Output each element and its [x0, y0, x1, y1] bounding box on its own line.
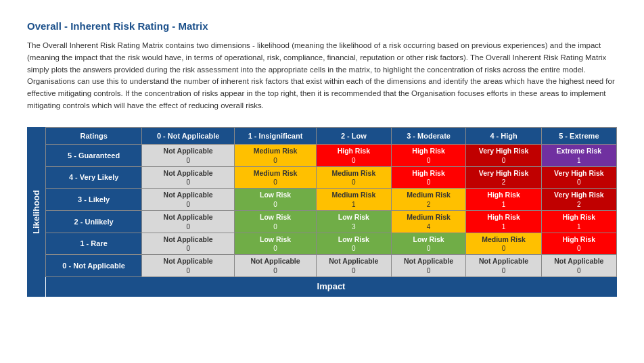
- cell-value: 0: [145, 156, 231, 165]
- header-row: Ratings0 - Not Applicable1 - Insignifica…: [46, 127, 617, 144]
- cell-value: 0: [237, 244, 313, 253]
- cell-label: Low Risk: [338, 235, 369, 243]
- cell-4-0: Not Applicable0: [142, 233, 235, 255]
- cell-value: 0: [394, 244, 463, 253]
- cell-5-4: Not Applicable0: [466, 255, 541, 277]
- cell-value: 3: [319, 222, 388, 231]
- cell-label: Low Risk: [260, 213, 291, 221]
- cell-label: High Risk: [563, 213, 595, 221]
- col-header-5: 4 - High: [466, 127, 541, 144]
- cell-0-5: Extreme Risk1: [541, 145, 616, 167]
- cell-2-0: Not Applicable0: [142, 189, 235, 211]
- row-header-1: 4 - Very Likely: [46, 166, 142, 189]
- likelihood-label: Likelihood: [27, 127, 45, 297]
- cell-5-5: Not Applicable0: [541, 255, 616, 277]
- cell-5-0: Not Applicable0: [142, 255, 235, 277]
- cell-label: Low Risk: [260, 235, 291, 243]
- cell-0-2: High Risk0: [316, 145, 391, 167]
- table-row: 5 - GuaranteedNot Applicable0Medium Risk…: [46, 145, 617, 167]
- cell-label: Low Risk: [260, 191, 291, 199]
- cell-label: Not Applicable: [404, 257, 453, 265]
- table-row: 3 - LikelyNot Applicable0Low Risk0Medium…: [46, 189, 617, 211]
- cell-value: 0: [545, 266, 614, 275]
- cell-label: Low Risk: [338, 213, 369, 221]
- cell-1-1: Medium Risk0: [235, 166, 317, 189]
- impact-bar: Impact: [46, 277, 617, 297]
- col-header-4: 3 - Moderate: [391, 127, 466, 144]
- cell-label: High Risk: [487, 213, 520, 221]
- cell-0-4: Very High Risk0: [466, 145, 541, 167]
- cell-4-3: Low Risk0: [391, 233, 466, 255]
- cell-label: Not Applicable: [329, 257, 378, 265]
- cell-5-1: Not Applicable0: [235, 255, 317, 277]
- cell-value: 2: [394, 200, 463, 209]
- cell-value: 1: [469, 222, 538, 231]
- cell-1-3: High Risk0: [391, 166, 466, 189]
- cell-value: 0: [394, 178, 463, 187]
- risk-matrix-table: Ratings0 - Not Applicable1 - Insignifica…: [45, 127, 617, 297]
- cell-value: 0: [237, 156, 313, 165]
- cell-label: Medium Risk: [331, 169, 375, 177]
- page-title: Overall - Inherent Risk Rating - Matrix: [27, 20, 617, 32]
- cell-2-1: Low Risk0: [235, 189, 317, 211]
- cell-5-3: Not Applicable0: [391, 255, 466, 277]
- col-header-6: 5 - Extreme: [541, 127, 616, 144]
- col-header-1: 0 - Not Applicable: [142, 127, 235, 144]
- cell-0-3: High Risk0: [391, 145, 466, 167]
- cell-0-0: Not Applicable0: [142, 145, 235, 167]
- cell-1-2: Medium Risk0: [316, 166, 391, 189]
- cell-value: 2: [545, 200, 614, 209]
- cell-value: 0: [469, 266, 538, 275]
- cell-value: 0: [145, 244, 231, 253]
- matrix-wrapper: Likelihood Ratings0 - Not Applicable1 - …: [27, 127, 617, 297]
- cell-label: Very High Risk: [554, 191, 604, 199]
- cell-label: Medium Risk: [407, 191, 451, 199]
- cell-label: Not Applicable: [164, 169, 213, 177]
- cell-label: Not Applicable: [164, 147, 213, 155]
- cell-3-0: Not Applicable0: [142, 211, 235, 233]
- col-header-2: 1 - Insignificant: [235, 127, 317, 144]
- table-row: 4 - Very LikelyNot Applicable0Medium Ris…: [46, 166, 617, 189]
- cell-label: High Risk: [412, 169, 444, 177]
- cell-value: 0: [319, 178, 388, 187]
- cell-value: 0: [319, 266, 388, 275]
- cell-value: 0: [237, 178, 313, 187]
- cell-label: High Risk: [338, 147, 370, 155]
- cell-3-4: High Risk1: [466, 211, 541, 233]
- cell-value: 2: [469, 178, 538, 187]
- cell-label: Medium Risk: [482, 235, 526, 243]
- cell-label: Not Applicable: [250, 257, 300, 265]
- cell-value: 1: [319, 200, 388, 209]
- cell-5-2: Not Applicable0: [316, 255, 391, 277]
- cell-3-1: Low Risk0: [235, 211, 317, 233]
- cell-value: 0: [319, 156, 388, 165]
- col-header-3: 2 - Low: [316, 127, 391, 144]
- cell-label: High Risk: [412, 147, 444, 155]
- cell-1-4: Very High Risk2: [466, 166, 541, 189]
- row-header-5: 0 - Not Applicable: [46, 255, 142, 277]
- table-row: 1 - RareNot Applicable0Low Risk0Low Risk…: [46, 233, 617, 255]
- cell-3-3: Medium Risk4: [391, 211, 466, 233]
- row-header-2: 3 - Likely: [46, 189, 142, 211]
- cell-label: Medium Risk: [331, 191, 375, 199]
- cell-label: Not Applicable: [164, 191, 213, 199]
- row-header-0: 5 - Guaranteed: [46, 145, 142, 167]
- cell-value: 0: [145, 178, 231, 187]
- cell-value: 0: [145, 222, 231, 231]
- cell-4-1: Low Risk0: [235, 233, 317, 255]
- cell-value: 4: [394, 222, 463, 231]
- cell-2-2: Medium Risk1: [316, 189, 391, 211]
- cell-value: 1: [545, 222, 614, 231]
- cell-value: 0: [469, 156, 538, 165]
- cell-label: Not Applicable: [164, 257, 213, 265]
- cell-label: Extreme Risk: [557, 147, 602, 155]
- cell-4-4: Medium Risk0: [466, 233, 541, 255]
- cell-value: 0: [394, 156, 463, 165]
- cell-2-5: Very High Risk2: [541, 189, 616, 211]
- cell-4-2: Low Risk0: [316, 233, 391, 255]
- row-header-4: 1 - Rare: [46, 233, 142, 255]
- impact-label: Impact: [46, 277, 617, 297]
- description-text: The Overall Inherent Risk Rating Matrix …: [27, 40, 616, 112]
- cell-label: Low Risk: [413, 235, 444, 243]
- cell-4-5: High Risk0: [541, 233, 616, 255]
